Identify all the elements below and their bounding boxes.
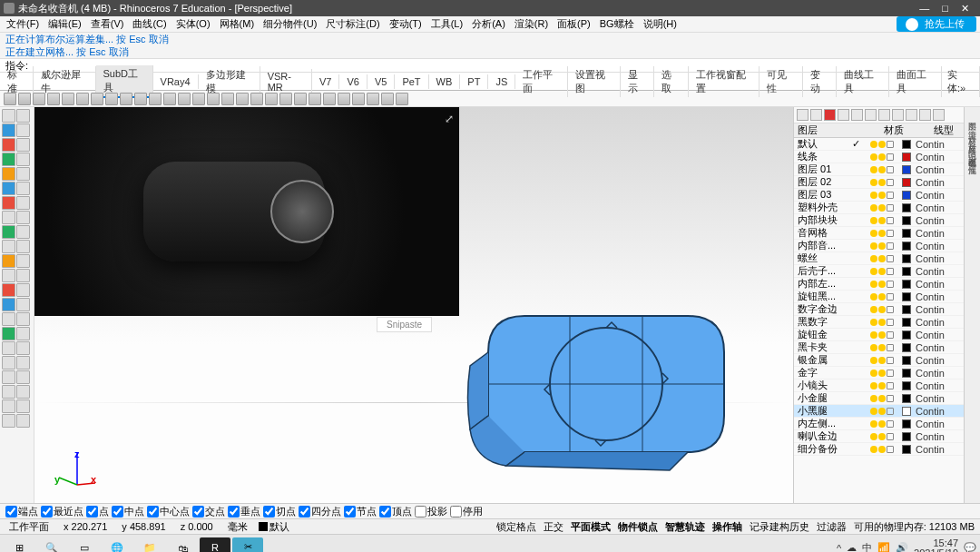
- toolbar-btn-12[interactable]: [178, 93, 191, 105]
- notification-icon[interactable]: 💬: [964, 542, 976, 552]
- lock2-icon[interactable]: [887, 293, 894, 301]
- layer-linetype[interactable]: Contin: [914, 215, 964, 226]
- layer-linetype[interactable]: Contin: [914, 444, 964, 455]
- visibility-icon[interactable]: [870, 331, 877, 339]
- layer-row[interactable]: 内左侧...Contin: [794, 418, 964, 430]
- tab-10[interactable]: WB: [429, 74, 461, 89]
- panel-btn-5[interactable]: [865, 109, 877, 121]
- layer-linetype[interactable]: Contin: [914, 202, 964, 213]
- osnap-5[interactable]: 交点: [192, 505, 225, 518]
- color-swatch[interactable]: [902, 165, 911, 174]
- layer-linetype[interactable]: Contin: [914, 291, 964, 302]
- tab-12[interactable]: JS: [488, 74, 515, 89]
- visibility-icon[interactable]: [870, 344, 877, 351]
- toolbar-btn-20[interactable]: [294, 93, 307, 105]
- menu-bg[interactable]: BG螺栓: [597, 17, 637, 31]
- color-swatch[interactable]: [902, 203, 911, 212]
- osnap-check-1[interactable]: [41, 506, 53, 518]
- visibility-icon[interactable]: [870, 319, 877, 326]
- tool-7[interactable]: [16, 153, 30, 166]
- tool-3[interactable]: [16, 123, 30, 137]
- clock[interactable]: 15:472021/5/19: [914, 538, 958, 553]
- tool-4[interactable]: [2, 138, 15, 152]
- layer-linetype[interactable]: Contin: [914, 419, 964, 429]
- lock2-icon[interactable]: [887, 420, 894, 428]
- layer-row[interactable]: 图层 03Contin: [794, 189, 964, 202]
- tool-38[interactable]: [2, 385, 15, 399]
- tray-wifi-icon[interactable]: 📶: [877, 542, 890, 552]
- layer-current[interactable]: ✓: [847, 138, 865, 150]
- lock-icon[interactable]: [878, 192, 886, 199]
- color-swatch[interactable]: [902, 267, 911, 276]
- tool-32[interactable]: [2, 341, 15, 355]
- layer-linetype[interactable]: Contin: [914, 152, 964, 163]
- status-layer[interactable]: 默认: [259, 520, 289, 534]
- visibility-icon[interactable]: [870, 204, 877, 212]
- task-edge[interactable]: 🌐: [102, 537, 132, 553]
- layer-row[interactable]: 图层 02Contin: [794, 176, 964, 189]
- layer-row[interactable]: 内部音...Contin: [794, 240, 964, 252]
- color-swatch[interactable]: [902, 216, 911, 225]
- color-swatch[interactable]: [902, 394, 911, 403]
- layer-linetype[interactable]: Contin: [914, 431, 964, 442]
- tool-2[interactable]: [2, 123, 15, 137]
- layer-row[interactable]: 小金腿Contin: [794, 392, 964, 405]
- color-swatch[interactable]: [902, 330, 911, 340]
- tool-13[interactable]: [16, 196, 30, 210]
- osnap-12[interactable]: 停用: [450, 505, 483, 518]
- color-swatch[interactable]: [902, 381, 911, 390]
- tool-21[interactable]: [16, 254, 30, 268]
- osnap-10[interactable]: 顶点: [379, 505, 412, 518]
- tool-39[interactable]: [16, 385, 30, 399]
- osnap-check-4[interactable]: [147, 506, 159, 518]
- color-swatch[interactable]: [902, 292, 911, 301]
- tab-5[interactable]: VSR-MR: [260, 69, 312, 94]
- lock2-icon[interactable]: [887, 395, 894, 402]
- layer-linetype[interactable]: Contin: [914, 253, 964, 264]
- osnap-check-12[interactable]: [450, 506, 462, 518]
- toolbar-btn-0[interactable]: [4, 93, 16, 105]
- layer-col-material[interactable]: 材质: [865, 123, 923, 137]
- tool-40[interactable]: [2, 399, 15, 413]
- status-ortho[interactable]: 正交: [544, 520, 564, 534]
- tool-33[interactable]: [16, 341, 30, 355]
- lock2-icon[interactable]: [887, 204, 894, 212]
- tool-26[interactable]: [2, 298, 15, 311]
- panel-btn-9[interactable]: [919, 109, 931, 121]
- color-swatch[interactable]: [902, 407, 911, 416]
- menu-panels[interactable]: 面板(P): [554, 17, 593, 31]
- tray-cloud-icon[interactable]: ☁: [847, 542, 857, 552]
- toolbar-btn-25[interactable]: [367, 93, 379, 105]
- lock-icon[interactable]: [878, 331, 886, 339]
- layer-row[interactable]: 细分备份Contin: [794, 443, 964, 456]
- lock-icon[interactable]: [878, 141, 886, 148]
- visibility-icon[interactable]: [870, 281, 877, 288]
- layer-row[interactable]: 黑卡夹Contin: [794, 341, 964, 354]
- toolbar-btn-24[interactable]: [352, 93, 365, 105]
- toolbar-btn-27[interactable]: [396, 93, 408, 105]
- tool-35[interactable]: [16, 356, 30, 370]
- lock2-icon[interactable]: [887, 319, 894, 326]
- tray-up-icon[interactable]: ^: [837, 543, 841, 553]
- expand-icon[interactable]: ⤢: [445, 113, 454, 125]
- tab-14[interactable]: 设置视图: [568, 66, 621, 97]
- visibility-icon[interactable]: [870, 293, 877, 301]
- osnap-1[interactable]: 最近点: [41, 505, 83, 518]
- osnap-6[interactable]: 垂点: [228, 505, 260, 518]
- layer-linetype[interactable]: Contin: [914, 139, 964, 150]
- visibility-icon[interactable]: [870, 179, 877, 186]
- system-tray[interactable]: ^ ☁ 中 📶 🔊 15:472021/5/19 💬: [837, 538, 976, 553]
- tool-22[interactable]: [2, 269, 15, 282]
- lock-icon[interactable]: [878, 395, 886, 402]
- lock-icon[interactable]: [878, 357, 886, 364]
- tool-43[interactable]: [16, 414, 30, 428]
- toolbar-btn-11[interactable]: [163, 93, 176, 105]
- layer-row[interactable]: 后壳子...Contin: [794, 265, 964, 278]
- tool-37[interactable]: [16, 370, 30, 384]
- tab-19[interactable]: 变动: [803, 66, 837, 97]
- layer-linetype[interactable]: Contin: [914, 380, 964, 391]
- menu-dimension[interactable]: 尺寸标注(D): [323, 17, 382, 31]
- color-swatch[interactable]: [902, 140, 911, 149]
- tab-13[interactable]: 工作平面: [515, 66, 568, 97]
- menu-solid[interactable]: 实体(O): [173, 17, 213, 31]
